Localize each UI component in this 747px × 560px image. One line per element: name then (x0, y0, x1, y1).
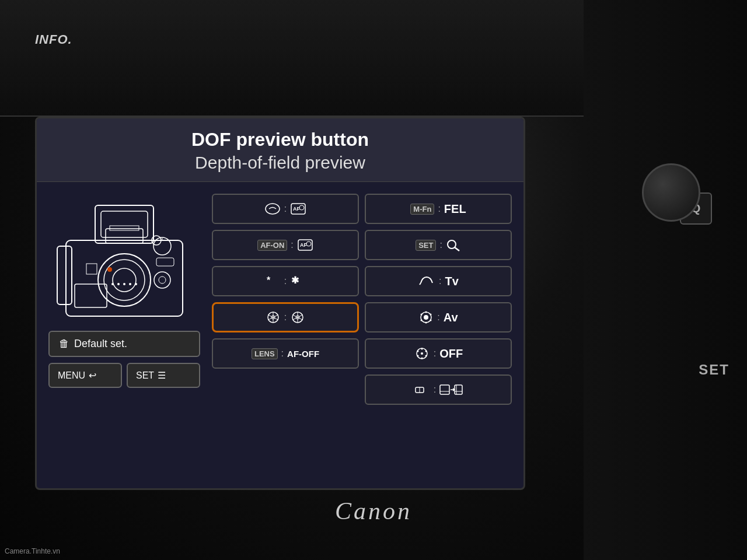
eraser-icon (414, 383, 430, 396)
mfn-fel-button[interactable]: M-Fn : FEL (365, 194, 512, 224)
svg-point-15 (129, 283, 131, 285)
set-button[interactable]: SET ☰ (127, 363, 200, 388)
afon-af-button[interactable]: AF-ON : AF (212, 230, 359, 260)
svg-point-23 (266, 204, 280, 214)
svg-point-50 (425, 322, 427, 324)
screen-title-main: DOF preview button (48, 129, 512, 150)
svg-point-60 (421, 352, 423, 355)
svg-point-54 (421, 348, 423, 350)
aperture-icon-left (266, 311, 281, 324)
svg-point-16 (135, 283, 137, 285)
svg-point-14 (123, 283, 125, 285)
lines-icon: ☰ (158, 370, 166, 381)
av-dial-icon (418, 311, 434, 324)
separator-2: : (438, 204, 440, 214)
separator-9: : (281, 348, 284, 359)
svg-text:AF: AF (300, 242, 307, 248)
info-button[interactable]: INFO. (35, 32, 72, 47)
off-button[interactable]: : OFF (365, 338, 512, 369)
svg-rect-6 (101, 211, 148, 237)
svg-rect-19 (75, 284, 107, 307)
svg-point-47 (425, 312, 427, 313)
separator-7: : (284, 312, 287, 323)
set-label: SET (136, 370, 154, 381)
default-set-button[interactable]: 🗑 Default set. (48, 331, 200, 357)
mfn-label: M-Fn (410, 204, 434, 215)
svg-point-52 (421, 314, 423, 316)
screen-title-sub: Depth-of-field preview (48, 153, 512, 173)
menu-label: MENU (58, 370, 85, 381)
shutter-af-button[interactable]: : AF (212, 194, 359, 224)
svg-rect-22 (156, 258, 174, 266)
set-label-grid: SET (416, 240, 436, 251)
svg-line-34 (420, 283, 421, 285)
menu-button[interactable]: MENU ↩ (48, 363, 122, 388)
separator-10: : (434, 348, 436, 359)
svg-rect-1 (57, 246, 72, 304)
svg-point-2 (98, 254, 151, 306)
svg-point-55 (425, 351, 427, 352)
camera-outline-svg (54, 194, 194, 322)
dof-button-highlighted[interactable]: : (212, 302, 359, 332)
lcd-screen: DOF preview button Depth-of-field previe… (35, 117, 525, 490)
svg-rect-8 (110, 226, 139, 230)
set-label-right: SET (699, 362, 729, 378)
ae-lock-button[interactable]: * : ✱ (212, 266, 359, 296)
svg-rect-67 (455, 385, 462, 394)
tv-value: Tv (445, 275, 459, 288)
svg-rect-7 (106, 229, 143, 243)
svg-line-31 (455, 247, 459, 251)
av-value: Av (444, 311, 458, 324)
tv-dial-icon (418, 275, 435, 288)
svg-text:✱: ✱ (291, 275, 299, 285)
svg-rect-18 (86, 264, 97, 274)
svg-point-26 (299, 205, 304, 210)
svg-point-17 (107, 267, 112, 272)
shutter-icon (264, 202, 281, 215)
watermark: Camera.Tinhte.vn (5, 547, 60, 555)
svg-point-57 (421, 358, 423, 359)
tv-button[interactable]: : Tv (365, 266, 512, 296)
fel-value: FEL (444, 202, 466, 216)
svg-point-59 (417, 351, 418, 352)
set-magnify-button[interactable]: SET : (365, 230, 512, 260)
svg-rect-63 (440, 385, 449, 394)
svg-point-21 (159, 276, 166, 284)
camera-bottom-buttons: 🗑 Default set. MENU ↩ SET ☰ (48, 331, 200, 388)
svg-point-4 (113, 268, 136, 292)
svg-point-12 (111, 283, 114, 285)
separator-6: : (439, 276, 441, 286)
default-set-label: Default set. (74, 338, 127, 350)
av-button[interactable]: : Av (365, 302, 512, 332)
svg-point-46 (424, 315, 428, 320)
dial-knob[interactable] (642, 163, 700, 222)
camera-diagram-panel: 🗑 Default set. MENU ↩ SET ☰ (48, 194, 200, 464)
separator-4: : (439, 240, 442, 250)
af-icon-2: AF (297, 239, 313, 251)
svg-point-3 (104, 260, 145, 300)
aperture-icon-right (290, 311, 305, 324)
af-icon-1: AF (290, 202, 306, 215)
screen-header: DOF preview button Depth-of-field previe… (37, 118, 523, 182)
screen-content: 🗑 Default set. MENU ↩ SET ☰ (37, 182, 523, 476)
button-assignment-grid: : AF M-Fn : FEL AF-ON : AF (212, 194, 512, 464)
svg-point-49 (430, 320, 432, 321)
off-value: OFF (439, 347, 463, 360)
separator-1: : (284, 204, 287, 214)
separator-3: : (291, 240, 293, 250)
svg-point-51 (421, 320, 423, 321)
svg-text:*: * (267, 275, 271, 285)
menu-set-row: MENU ↩ SET ☰ (48, 363, 200, 388)
ae-lock-value-icon: ✱ (290, 275, 305, 288)
afon-label: AF-ON (257, 240, 287, 251)
back-arrow-icon: ↩ (89, 370, 96, 381)
svg-text:AF: AF (293, 206, 300, 212)
lens-afoff-button[interactable]: LENS : AF-OFF (212, 338, 359, 369)
svg-point-30 (448, 240, 456, 249)
canon-brand: Canon (335, 497, 412, 525)
svg-point-58 (417, 355, 418, 357)
svg-point-56 (425, 355, 427, 357)
svg-point-48 (430, 314, 432, 316)
separator-11: : (434, 384, 436, 395)
image-jump-button[interactable]: : (365, 374, 512, 405)
